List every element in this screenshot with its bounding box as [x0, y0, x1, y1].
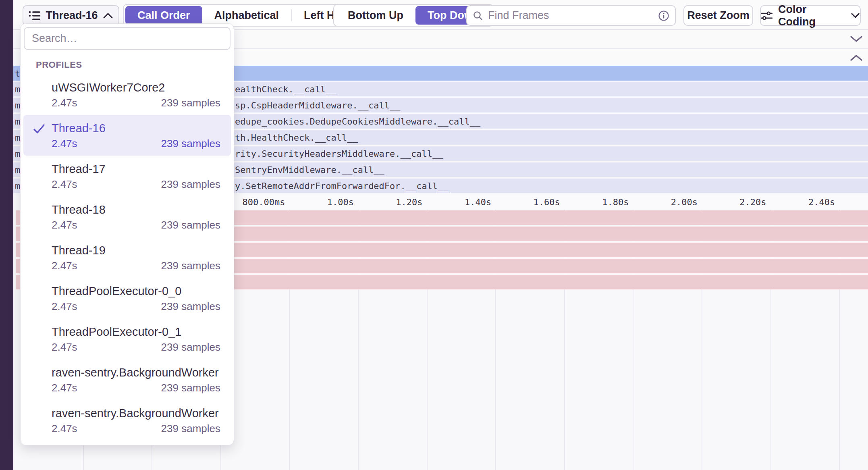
profile-name: ThreadPoolExecutor-0_0 — [52, 284, 220, 298]
profile-sample-count: 239 samples — [161, 422, 220, 435]
frame-label: sp.CspHeaderMiddleware.__call__ — [235, 100, 401, 110]
profile-duration: 2.47s — [52, 219, 77, 231]
profile-name: Thread-16 — [52, 121, 220, 135]
profile-duration: 2.47s — [52, 300, 77, 312]
sidebar-strip — [0, 0, 13, 470]
gridline — [839, 289, 840, 470]
check-icon — [33, 124, 45, 134]
segment-alphabetical[interactable]: Alphabetical — [202, 6, 291, 25]
profile-sample-count: 239 samples — [161, 341, 220, 353]
profile-sample-count: 239 samples — [161, 137, 220, 150]
gridline — [770, 289, 771, 470]
profile-name: Thread-18 — [52, 202, 220, 217]
frame-label: ealthCheck.__call__ — [235, 84, 336, 94]
profile-duration: 2.47s — [52, 178, 77, 190]
profile-sample-count: 239 samples — [161, 260, 220, 272]
gridline — [427, 289, 428, 470]
profile-name: ThreadPoolExecutor-0_1 — [52, 324, 220, 339]
profile-sample-count: 239 samples — [161, 300, 220, 312]
gridline — [495, 289, 496, 470]
frame-left-fragment: m — [15, 181, 20, 191]
gridline — [702, 289, 702, 470]
profile-name: raven-sentry.BackgroundWorker — [52, 365, 220, 380]
chevron-down-icon — [851, 12, 860, 19]
frame-label: SentryEnvMiddleware.__call__ — [235, 165, 384, 175]
profile-sample-count: 239 samples — [161, 382, 220, 394]
profile-sample-count: 239 samples — [161, 178, 220, 190]
frame-label: th.HealthCheck.__call__ — [235, 133, 358, 143]
frame-label: edupe_cookies.DedupeCookiesMiddleware.__… — [235, 116, 480, 127]
profile-list-item[interactable]: Thread-17 2.47s 239 samples — [23, 156, 231, 196]
profile-sample-count: 239 samples — [161, 97, 220, 109]
segment-call-order[interactable]: Call Order — [125, 6, 202, 25]
frame-label: y.SetRemoteAddrFromForwardedFor.__call__ — [235, 181, 449, 191]
profile-duration: 2.47s — [52, 382, 77, 394]
gridline — [633, 289, 633, 470]
gridline — [564, 289, 565, 470]
sliders-icon — [761, 11, 772, 21]
axis-tick-label: 2.20s — [702, 197, 766, 208]
profile-name: uWSGIWorker7Core2 — [52, 80, 220, 95]
profiles-section-label: PROFILES — [36, 60, 234, 70]
axis-tick-label: 2.40s — [770, 197, 835, 208]
profile-list-item[interactable]: ThreadPoolExecutor-0_1 2.47s 239 samples — [23, 318, 231, 359]
reset-zoom-button[interactable]: Reset Zoom — [683, 5, 753, 26]
color-coding-button[interactable]: Color Coding — [760, 5, 861, 26]
profile-name: Thread-17 — [52, 162, 220, 176]
profile-duration: 2.47s — [52, 422, 77, 435]
axis-tick-label: 1.60s — [496, 197, 560, 208]
profile-list-item[interactable]: Thread-19 2.47s 239 samples — [23, 237, 231, 278]
profile-duration: 2.47s — [52, 341, 77, 353]
axis-tick-label: 1.20s — [358, 197, 423, 208]
axis-tick-label: 2.00s — [633, 197, 698, 208]
chevron-up-icon[interactable] — [849, 54, 863, 62]
gridline — [358, 289, 359, 470]
find-frames-input[interactable] — [487, 9, 654, 22]
frame-left-fragment: m — [15, 165, 20, 175]
axis-tick-label: 1.80s — [564, 197, 629, 208]
profile-list-item[interactable]: raven-sentry.BackgroundWorker 2.47s 239 … — [23, 359, 231, 400]
root-frame-label: t — [15, 68, 20, 78]
frame-left-fragment: m — [15, 100, 20, 110]
thread-selector-button[interactable]: Thread-16 — [23, 5, 119, 26]
profile-name: raven-sentry.BackgroundWorker — [52, 406, 220, 420]
profile-list-item[interactable]: ThreadPoolExecutor-0_0 2.47s 239 samples — [23, 278, 231, 318]
find-frames-search[interactable] — [466, 5, 676, 26]
profile-list-item[interactable]: Thread-18 2.47s 239 samples — [23, 196, 231, 237]
segment-bottom-up[interactable]: Bottom Up — [336, 6, 415, 25]
profiles-dropdown: PROFILES uWSGIWorker7Core2 2.47s 239 sam… — [20, 23, 234, 445]
profile-duration: 2.47s — [52, 137, 77, 150]
chevron-down-icon[interactable] — [849, 35, 863, 43]
gridline — [289, 289, 290, 470]
profile-sample-count: 239 samples — [161, 219, 220, 231]
thread-selector-label: Thread-16 — [46, 9, 98, 22]
info-icon[interactable] — [658, 10, 669, 21]
search-icon — [473, 10, 483, 21]
chevron-up-icon — [103, 12, 113, 19]
dropdown-search-field[interactable] — [24, 27, 230, 50]
profile-name: Thread-19 — [52, 243, 220, 258]
frame-left-fragment: m — [15, 84, 20, 94]
profile-list-item[interactable]: raven-sentry.BackgroundWorker 2.47s 239 … — [23, 400, 231, 441]
frame-label: rity.SecurityHeadersMiddleware.__call__ — [235, 149, 443, 159]
color-coding-label: Color Coding — [778, 3, 845, 28]
axis-tick-label: 1.40s — [427, 197, 491, 208]
frame-left-fragment: m — [15, 133, 20, 143]
profile-duration: 2.47s — [52, 97, 77, 109]
frame-left-fragment: m — [15, 116, 20, 127]
profile-list-item[interactable]: Thread-16 2.47s 239 samples — [23, 115, 231, 156]
profile-duration: 2.47s — [52, 260, 77, 272]
axis-tick-label: 1.00s — [289, 197, 354, 208]
frame-left-fragment: m — [15, 149, 20, 159]
dropdown-search-input[interactable] — [31, 32, 223, 45]
profile-list-item[interactable]: uWSGIWorker7Core2 2.47s 239 samples — [23, 74, 231, 115]
list-icon — [29, 10, 41, 21]
